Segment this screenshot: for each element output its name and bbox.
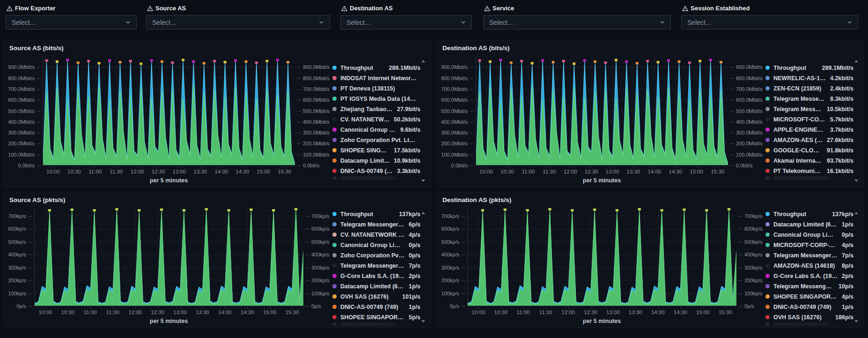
x-tick-label: 11:30 [106, 309, 119, 315]
legend-item[interactable]: Telegram Messe…10.5kbit/s [765, 104, 853, 114]
y-tick-label: 400kp/s [441, 252, 465, 257]
legend-item[interactable]: ZEN-ECN (21859)2.4kbit/s [765, 83, 853, 94]
x-tick-label: 12:30 [152, 169, 165, 174]
legend-item[interactable]: APPLE-ENGINEER…3.7kbit/s [765, 125, 853, 135]
legend-item[interactable]: Canonical Group Limi…0p/s [332, 240, 420, 250]
legend-item[interactable]: DNIC-AS-00749 (7…3.3kbit/s [332, 166, 420, 176]
scroll-up-icon[interactable] [854, 212, 858, 214]
legend-item[interactable]: Datacamp Limited (60…1p/s [765, 219, 853, 230]
legend-item[interactable]: G-Core Labs S.A. (199…2p/s [332, 271, 420, 281]
legend-series-value: 4p/s [838, 242, 853, 248]
legend-item[interactable]: Datacamp Limit…10.9kbit/s [332, 156, 420, 166]
legend-item[interactable]: Datacamp Limited (60…1p/s [332, 281, 420, 292]
legend-item[interactable]: PT Telekomunik…16.1kbit/s [765, 166, 853, 176]
legend-item[interactable]: DNIC-AS-00749 (749)1p/s [332, 302, 420, 312]
legend-clipped-text [773, 323, 829, 326]
y-tick-label: 600.0Mbit/s [8, 97, 41, 103]
scroll-up-icon[interactable] [421, 60, 425, 62]
legend-item[interactable]: Throughput137kp/s [765, 209, 853, 219]
legend-item[interactable]: Telegram Messenger I…7p/s [765, 250, 853, 261]
legend-item[interactable]: OVH SAS (16276)101p/s [332, 292, 420, 302]
scroll-down-icon[interactable] [421, 180, 425, 182]
scroll-up-icon[interactable] [421, 212, 425, 214]
scroll-down-icon[interactable] [854, 320, 858, 323]
y-tick-label: 400kp/s [305, 252, 330, 257]
chevron-down-icon [319, 20, 324, 25]
legend-item[interactable]: PT IOSYS Media Data (141… [332, 94, 420, 104]
series-color-dot [765, 176, 770, 180]
chart-plot[interactable] [34, 208, 303, 306]
series-color-dot [332, 315, 337, 319]
legend-item[interactable]: MICROSOFT-CORP-MS…4p/s [765, 240, 853, 250]
legend-item[interactable]: Zoho Corporation Pvt.…0p/s [332, 250, 420, 261]
legend-item[interactable]: AMAZON-AES (14618)8p/s [765, 261, 853, 271]
legend-item[interactable]: SHOPEE SINGAPORE …4p/s [765, 292, 853, 302]
legend-item[interactable]: G-Core Labs S.A. (199…2p/s [765, 271, 853, 281]
legend-item-clipped[interactable] [765, 323, 853, 326]
legend-series-value: 1p/s [405, 283, 420, 290]
series-color-dot [332, 284, 337, 288]
destination-as-select[interactable]: Select... [340, 15, 472, 30]
session-established-select[interactable]: Select... [681, 15, 858, 30]
y-tick-label: 700kp/s [8, 213, 32, 219]
y-tick-label: 100kp/s [305, 291, 330, 296]
legend-item[interactable]: GOOGLE-CLOUD…91.8kbit/s [765, 145, 853, 156]
flow-exporter-select[interactable]: Select... [6, 15, 137, 30]
legend-item[interactable]: CV. NATANETWO…50.2kbit/s [332, 114, 420, 125]
legend-item[interactable]: MICROSOFT-COR…5.7kbit/s [765, 114, 853, 125]
legend-item[interactable]: CV. NATANETWORK S…4p/s [332, 230, 420, 240]
legend-item[interactable]: Zhejiang Taobao …27.9bit/s [332, 104, 420, 114]
legend-item[interactable]: PT Deneva (138115) [332, 83, 420, 94]
legend-series-value: 186p/s [831, 314, 853, 321]
series-color-dot [332, 117, 337, 121]
filter-session-established: Session Established Select... [681, 5, 858, 30]
legend-item[interactable]: SHOPEE SINGAP…17.5kbit/s [332, 145, 420, 156]
chart-plot[interactable] [467, 208, 736, 306]
x-tick-label: 14:30 [241, 309, 254, 315]
legend-series-name: AMAZON-AES (14618) [773, 263, 835, 269]
y-tick-label: 500.0Mbit/s [297, 108, 330, 114]
series-color-dot [765, 97, 770, 101]
legend-item[interactable]: INDOSAT Internet Networ… [332, 73, 420, 83]
legend-item[interactable]: SHOPEE SINGAPORE …5p/s [332, 312, 420, 323]
panel-source-as-bits: Source AS (bits/s) 900.0Mbit/s800.0Mbit/… [4, 40, 431, 187]
legend-series-value: 4.2kbit/s [826, 75, 853, 82]
y-tick-label: 400.0Mbit/s [297, 119, 330, 125]
legend-item[interactable]: Zoho Corporation Pvt. Ltd … [332, 135, 420, 145]
y-tick-label: 300kp/s [738, 265, 763, 270]
legend-item[interactable]: Telegram Messen…8.3kbit/s [765, 94, 853, 104]
legend-item[interactable]: Canonical Group Li…9.6bit/s [332, 125, 420, 135]
legend-item[interactable]: DNIC-AS-00749 (749)1p/s [765, 302, 853, 312]
legend-item[interactable]: Telegram Messenger I…6p/s [332, 219, 420, 230]
chart-plot[interactable] [476, 56, 728, 165]
legend-item[interactable]: Telegram Messenger I…7p/s [332, 261, 420, 271]
scroll-down-icon[interactable] [421, 320, 425, 323]
y-tick-label: 800.0Mbit/s [730, 75, 763, 81]
warning-icon [682, 6, 688, 11]
legend-item[interactable]: OVH SAS (16276)186p/s [765, 312, 853, 323]
legend-item-clipped[interactable] [332, 323, 420, 326]
warning-icon [341, 6, 347, 11]
legend-item-clipped[interactable] [332, 176, 420, 180]
legend-item[interactable]: Throughput289.1Mbit/s [765, 63, 853, 73]
legend-item[interactable]: Throughput137kp/s [332, 209, 420, 219]
chart-plot[interactable] [43, 56, 295, 165]
legend-item[interactable]: Canonical Group Limi…0p/s [765, 230, 853, 240]
scroll-down-icon[interactable] [854, 180, 858, 182]
legend-series-name: Throughput [773, 65, 806, 71]
legend-item[interactable]: AMAZON-AES (1…27.6kbit/s [765, 135, 853, 145]
source-as-select[interactable]: Select... [146, 15, 330, 30]
legend-series-name: G-Core Labs S.A. (199… [340, 273, 405, 279]
filter-flow-exporter: Flow Exporter Select... [6, 5, 137, 30]
filter-destination-as: Destination AS Select... [340, 5, 472, 30]
y-tick-label: 700.0Mbit/s [441, 86, 474, 92]
legend-item[interactable]: Telegram Messenger …10p/s [765, 281, 853, 292]
legend-item[interactable]: NEWRELIC-AS-1 (…4.2kbit/s [765, 73, 853, 83]
legend-item[interactable]: Throughput289.1Mbit/s [332, 63, 420, 73]
scroll-up-icon[interactable] [854, 60, 858, 62]
service-select[interactable]: Select... [483, 15, 671, 30]
series-color-dot [332, 128, 337, 132]
legend-item-clipped[interactable] [765, 176, 853, 180]
legend-item[interactable]: Akamai Internat…93.7kbit/s [765, 156, 853, 166]
series-color-dot [332, 148, 337, 152]
